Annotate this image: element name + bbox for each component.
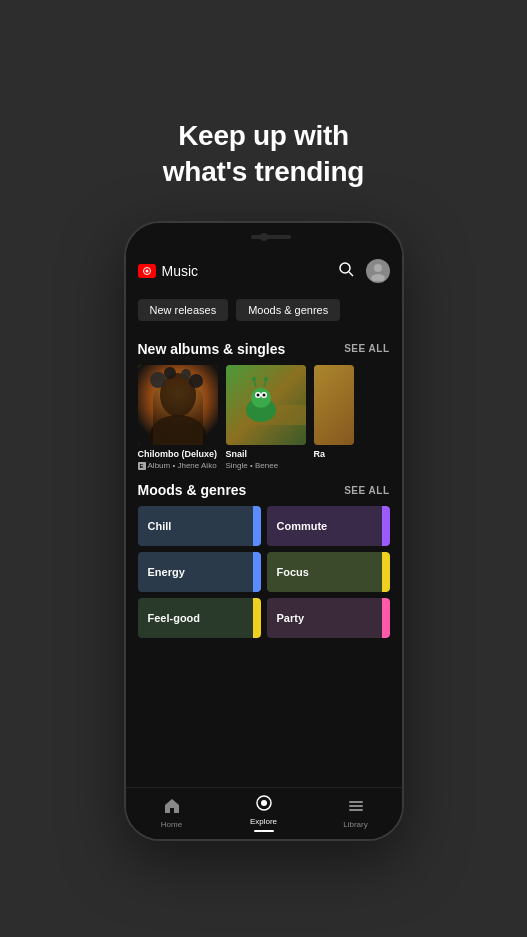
svg-point-30: [261, 800, 267, 806]
nav-item-explore[interactable]: Explore: [218, 795, 310, 832]
explore-icon: [256, 795, 272, 815]
new-albums-title: New albums & singles: [138, 341, 286, 357]
svg-point-10: [150, 415, 206, 445]
album-cover-ra: [314, 365, 354, 445]
library-icon: [348, 798, 364, 818]
mood-accent-focus: [382, 552, 390, 592]
headline-line1: Keep up with: [178, 120, 349, 151]
app-header: Music: [126, 251, 402, 291]
svg-point-13: [181, 369, 191, 379]
album-item-ra[interactable]: Ra: [314, 365, 354, 471]
moods-header: Moods & genres SEE ALL: [126, 482, 402, 506]
moods-grid: Chill Commute Energy Focus: [126, 506, 402, 638]
album-item-chilombo[interactable]: Chilombo (Deluxe) E Album • Jhene Aiko: [138, 365, 218, 471]
svg-rect-32: [349, 805, 363, 807]
headline-line2: what's trending: [163, 156, 364, 187]
album-info-snail: Snail Single • Benee: [226, 449, 306, 471]
tab-new-releases[interactable]: New releases: [138, 299, 229, 321]
svg-line-5: [349, 272, 353, 276]
tab-moods-genres[interactable]: Moods & genres: [236, 299, 340, 321]
new-albums-section: New albums & singles SEE ALL: [126, 329, 402, 471]
svg-rect-33: [349, 809, 363, 811]
svg-point-22: [262, 393, 265, 396]
phone-speaker: [251, 235, 291, 239]
svg-point-7: [371, 274, 385, 281]
mood-label-party: Party: [277, 612, 305, 624]
nav-label-library: Library: [343, 820, 367, 829]
header-icons: [338, 259, 390, 283]
album-cover-snail: [226, 365, 306, 445]
new-albums-header: New albums & singles SEE ALL: [126, 341, 402, 365]
mood-label-focus: Focus: [277, 566, 309, 578]
mood-card-chill[interactable]: Chill: [138, 506, 261, 546]
phone-mockup: Music New releas: [124, 221, 404, 841]
svg-rect-28: [314, 365, 354, 445]
album-name-chilombo: Chilombo (Deluxe): [138, 449, 218, 461]
svg-point-21: [256, 393, 259, 396]
svg-point-12: [164, 367, 176, 379]
headline: Keep up with what's trending: [163, 58, 364, 191]
album-name-ra: Ra: [314, 449, 354, 461]
phone-top-bar: [126, 223, 402, 251]
youtube-music-logo-icon: [138, 264, 156, 278]
nav-item-home[interactable]: Home: [126, 798, 218, 829]
album-cover-chilombo: [138, 365, 218, 445]
album-item-snail[interactable]: Snail Single • Benee: [226, 365, 306, 471]
mood-card-focus[interactable]: Focus: [267, 552, 390, 592]
album-name-snail: Snail: [226, 449, 306, 461]
home-icon: [164, 798, 180, 818]
mood-accent-commute: [382, 506, 390, 546]
mood-label-feelgood: Feel-good: [148, 612, 201, 624]
mood-label-chill: Chill: [148, 520, 172, 532]
moods-title: Moods & genres: [138, 482, 247, 498]
tab-chips: New releases Moods & genres: [126, 291, 402, 329]
moods-see-all[interactable]: SEE ALL: [344, 485, 389, 496]
svg-rect-31: [349, 801, 363, 803]
bottom-nav: Home Explore: [126, 787, 402, 839]
mood-accent-party: [382, 598, 390, 638]
album-info-ra: Ra: [314, 449, 354, 461]
album-info-chilombo: Chilombo (Deluxe) E Album • Jhene Aiko: [138, 449, 218, 471]
new-albums-see-all[interactable]: SEE ALL: [344, 343, 389, 354]
nav-label-home: Home: [161, 820, 182, 829]
app-title: Music: [162, 263, 199, 279]
app-content: Music New releas: [126, 251, 402, 839]
svg-point-4: [340, 263, 350, 273]
mood-card-commute[interactable]: Commute: [267, 506, 390, 546]
mood-card-feelgood[interactable]: Feel-good: [138, 598, 261, 638]
mood-card-party[interactable]: Party: [267, 598, 390, 638]
album-sub-chilombo: E Album • Jhene Aiko: [138, 461, 218, 470]
scroll-content[interactable]: New albums & singles SEE ALL: [126, 329, 402, 787]
phone-camera: [260, 233, 268, 241]
nav-label-explore: Explore: [250, 817, 277, 826]
mood-accent-energy: [253, 552, 261, 592]
albums-row: Chilombo (Deluxe) E Album • Jhene Aiko: [126, 365, 402, 471]
mood-accent-feelgood: [253, 598, 261, 638]
user-avatar[interactable]: [366, 259, 390, 283]
logo-area: Music: [138, 263, 199, 279]
svg-point-11: [150, 372, 166, 388]
album-sub-snail: Single • Benee: [226, 461, 306, 470]
explicit-badge: E: [138, 462, 146, 470]
mood-label-commute: Commute: [277, 520, 328, 532]
nav-underline-explore: [254, 830, 274, 832]
nav-item-library[interactable]: Library: [310, 798, 402, 829]
svg-point-6: [374, 264, 382, 272]
mood-label-energy: Energy: [148, 566, 185, 578]
mood-accent-chill: [253, 506, 261, 546]
svg-point-18: [251, 388, 271, 408]
svg-point-25: [252, 377, 256, 381]
moods-section: Moods & genres SEE ALL Chill Commute: [126, 470, 402, 646]
svg-point-14: [189, 374, 203, 388]
mood-card-energy[interactable]: Energy: [138, 552, 261, 592]
svg-point-26: [264, 377, 268, 381]
svg-point-3: [145, 269, 148, 272]
search-icon[interactable]: [338, 261, 354, 281]
